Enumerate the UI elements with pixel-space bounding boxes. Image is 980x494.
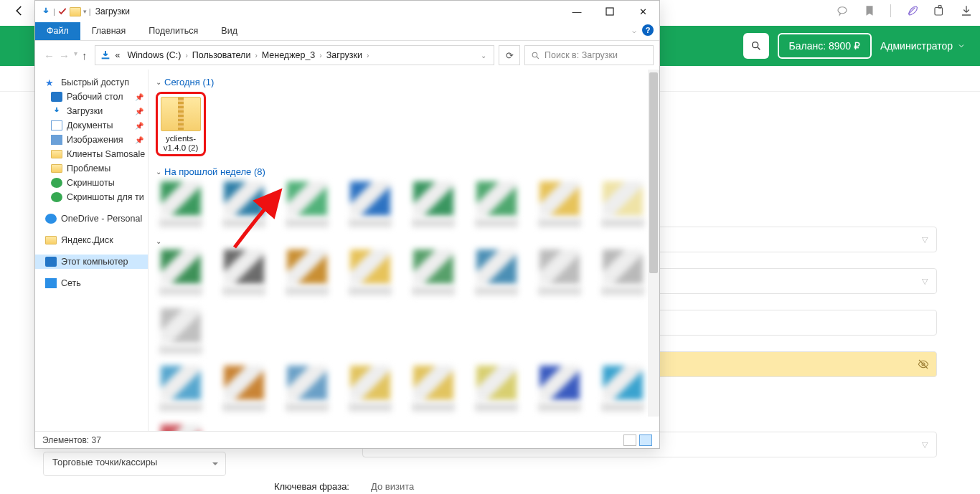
blurred-file[interactable]: [219, 250, 269, 295]
group-lastweek[interactable]: ⌄На прошлой неделе (8): [156, 163, 656, 181]
blurred-file[interactable]: [408, 250, 458, 295]
explorer-search[interactable]: Поиск в: Загрузки: [524, 45, 654, 65]
blurred-caption: [538, 287, 581, 295]
nav-yadisk[interactable]: Яндекс.Диск: [35, 233, 148, 247]
pin-icon: 📌: [135, 108, 143, 115]
tab-share[interactable]: Поделиться: [137, 22, 209, 40]
nav-pictures[interactable]: Изображения📌: [35, 133, 148, 147]
blurred-file[interactable]: [598, 366, 648, 412]
blurred-file[interactable]: [408, 181, 458, 227]
maximize-button[interactable]: [593, 1, 626, 22]
blurred-file[interactable]: [598, 181, 648, 227]
crumb-3[interactable]: Загрузки: [324, 50, 365, 60]
blurred-file[interactable]: [282, 181, 332, 227]
ribbon-collapse-icon[interactable]: ⌵: [632, 27, 636, 34]
nav-downloads[interactable]: Загрузки📌: [35, 104, 148, 118]
group-collapse[interactable]: ⌄: [156, 234, 656, 250]
file-pane[interactable]: ⌄Сегодня (1) yclients-v1.4.0 (2) ⌄На про…: [149, 70, 659, 431]
nav-row: ← → ▾ ↑ « Windows (C:)› Пользователи› Ме…: [35, 41, 659, 70]
screenshot-icon: [51, 192, 62, 202]
nav-screenshots[interactable]: Скриншоты: [35, 176, 148, 190]
nav-documents[interactable]: Документы📌: [35, 118, 148, 133]
blurred-file[interactable]: [156, 366, 206, 412]
caret-down-icon: ⌄: [156, 168, 161, 176]
addressbar-dropdown-icon[interactable]: ⌄: [481, 52, 489, 60]
tab-view[interactable]: Вид: [209, 22, 249, 40]
blurred-thumbnail: [161, 181, 201, 216]
crumb-1[interactable]: Пользователи: [189, 50, 254, 60]
blurred-file[interactable]: [156, 250, 206, 295]
blurred-file[interactable]: [219, 366, 269, 412]
blurred-file[interactable]: [156, 181, 206, 227]
browser-back-icon[interactable]: [13, 4, 26, 17]
blurred-file[interactable]: [345, 181, 395, 227]
crumb-0[interactable]: Windows (C:): [124, 50, 184, 60]
blurred-file[interactable]: [471, 181, 522, 227]
download-icon[interactable]: [960, 4, 973, 17]
help-icon[interactable]: ?: [642, 24, 654, 36]
extensions-icon[interactable]: [933, 4, 946, 17]
crumb-2[interactable]: Менеджер_3: [259, 50, 319, 60]
desktop-icon: [51, 92, 62, 102]
nav-this-pc[interactable]: Этот компьютер: [35, 255, 148, 269]
nav-label: Сеть: [61, 278, 81, 288]
blurred-file[interactable]: [156, 424, 206, 431]
nav-screenshots-ti[interactable]: Скриншоты для ти: [35, 190, 148, 204]
close-button[interactable]: ✕: [626, 1, 659, 22]
nav-onedrive[interactable]: OneDrive - Personal: [35, 212, 148, 226]
key-phrase-value[interactable]: До визита: [362, 473, 937, 494]
check-icon[interactable]: [57, 6, 67, 16]
blurred-file[interactable]: [534, 181, 585, 227]
nav-pane: ★Быстрый доступ Рабочий стол📌 Загрузки📌 …: [35, 70, 149, 431]
tab-file[interactable]: Файл: [35, 22, 80, 40]
nav-network[interactable]: Сеть: [35, 276, 148, 290]
blurred-file[interactable]: [534, 250, 585, 295]
left-select-points[interactable]: Торговые точки/кассиры: [43, 452, 226, 476]
nav-up-icon[interactable]: ↑: [82, 49, 88, 62]
status-text: Элементов: 37: [42, 435, 101, 445]
titlebar[interactable]: | ▾ | Загрузки — ✕: [35, 1, 659, 22]
file-zip-highlighted[interactable]: yclients-v1.4.0 (2): [156, 92, 206, 156]
window-title: Загрузки: [95, 6, 130, 16]
blurred-file[interactable]: [219, 181, 269, 227]
nav-back-icon[interactable]: ←: [44, 49, 55, 62]
blurred-files-row: [156, 250, 656, 361]
nav-desktop[interactable]: Рабочий стол📌: [35, 90, 148, 104]
folder-icon[interactable]: [70, 7, 81, 16]
address-bar[interactable]: « Windows (C:)› Пользователи› Менеджер_3…: [95, 45, 495, 65]
blurred-file[interactable]: [345, 366, 395, 412]
blurred-file[interactable]: [408, 366, 458, 412]
admin-menu[interactable]: Администратор: [880, 40, 966, 52]
nav-clients[interactable]: Клиенты Samosale: [35, 147, 148, 161]
bookmark-icon[interactable]: [863, 4, 876, 17]
nav-quick-access[interactable]: ★Быстрый доступ: [35, 75, 148, 90]
view-details-button[interactable]: [623, 434, 636, 446]
chat-icon[interactable]: [836, 4, 849, 17]
qat-dropdown-icon[interactable]: ▾: [83, 8, 87, 15]
header-search-button[interactable]: [743, 33, 769, 59]
eye-off-icon[interactable]: [918, 358, 929, 370]
blurred-file[interactable]: [345, 250, 395, 295]
blurred-file[interactable]: [534, 366, 585, 412]
view-thumbnails-button[interactable]: [639, 434, 652, 446]
blurred-file[interactable]: [471, 250, 522, 295]
scrollbar-thumb[interactable]: [649, 72, 658, 273]
blurred-file[interactable]: [598, 250, 648, 295]
refresh-button[interactable]: ⟳: [499, 45, 520, 65]
blurred-file[interactable]: [282, 366, 332, 412]
blurred-file[interactable]: [471, 366, 522, 412]
nav-problems[interactable]: Проблемы: [35, 161, 148, 176]
down-arrow-blue-icon[interactable]: [41, 6, 51, 16]
blurred-file[interactable]: [156, 308, 206, 354]
blurred-caption: [222, 287, 265, 295]
group-today[interactable]: ⌄Сегодня (1): [156, 74, 656, 92]
blurred-file[interactable]: [282, 250, 332, 295]
balance-button[interactable]: Баланс: 8900 ₽: [778, 33, 872, 59]
nav-recent-icon[interactable]: ▾: [74, 49, 77, 62]
scrollbar[interactable]: [648, 70, 659, 417]
feather-icon[interactable]: [905, 4, 918, 17]
minimize-button[interactable]: —: [560, 1, 593, 22]
blurred-caption: [222, 219, 265, 227]
tab-home[interactable]: Главная: [80, 22, 138, 40]
nav-forward-icon[interactable]: →: [59, 49, 70, 62]
